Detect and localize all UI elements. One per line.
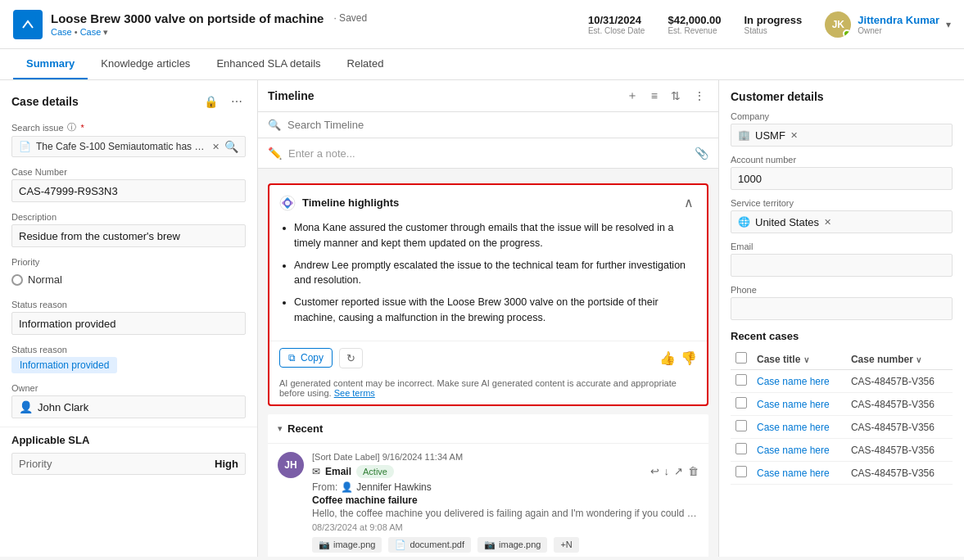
search-icon-btn[interactable]: 🔍: [224, 140, 238, 153]
timeline-highlights-card: Timeline highlights ∧ Mona Kane assured …: [268, 183, 708, 406]
sort-timeline-btn[interactable]: ⇅: [668, 88, 684, 104]
see-terms-link[interactable]: See terms: [334, 388, 375, 398]
owner-block[interactable]: JK Jittendra Kumar Owner ▾: [825, 11, 951, 38]
main-content: Case details 🔒 ⋯ Search issue ⓘ * 📄 The …: [0, 80, 964, 557]
highlights-list: Mona Kane assured the customer through e…: [279, 220, 697, 326]
owner-avatar: JK: [825, 11, 851, 38]
company-field: Company 🏢 USMF ✕: [731, 111, 953, 147]
case-name-link-1[interactable]: Case name here: [757, 399, 830, 410]
recent-email-item: JH [Sort Date Label] 9/16/2024 11:34 AM …: [268, 444, 708, 558]
chevron-down-icon[interactable]: ▾: [946, 19, 951, 30]
reply-btn[interactable]: ↩: [650, 465, 659, 477]
header-left: Loose Brew 3000 valve on portside of mac…: [13, 10, 367, 39]
select-all-checkbox[interactable]: [735, 352, 747, 364]
from-field: From: 👤 Jennifer Hawkins: [312, 481, 699, 493]
phone-field: Phone: [731, 285, 953, 320]
company-value: 🏢 USMF ✕: [731, 124, 953, 147]
email-badge: Email: [325, 466, 351, 477]
attachment-2[interactable]: 📷 image.png: [477, 537, 547, 553]
tab-enhanced-sla[interactable]: Enhanced SLA details: [203, 49, 333, 79]
info-icon: ⓘ: [67, 121, 76, 133]
status-reason-field1: Status reason Information provided: [0, 295, 257, 340]
case-number-field: Case Number CAS-47999-R9S3N3: [0, 162, 257, 207]
email-body-preview: Hello, the coffee machine you delivered …: [312, 508, 699, 519]
lock-icon-btn[interactable]: 🔒: [201, 93, 221, 110]
select-all-header: [731, 349, 752, 370]
copy-button[interactable]: ⧉ Copy: [279, 348, 333, 368]
add-timeline-btn[interactable]: ＋: [623, 87, 641, 105]
recent-title: Recent: [287, 422, 323, 435]
clear-company-btn[interactable]: ✕: [790, 130, 798, 141]
copilot-icon: [279, 195, 296, 211]
table-row: Case name here CAS-48457B-V356: [731, 370, 953, 393]
timeline-search: 🔍: [258, 112, 718, 138]
clear-territory-btn[interactable]: ✕: [824, 217, 831, 228]
thumbs-up-btn[interactable]: 👍: [659, 350, 676, 366]
case-name-link-2[interactable]: Case name here: [757, 422, 830, 433]
sort-number-icon[interactable]: ∨: [916, 355, 921, 364]
case-name-link-0[interactable]: Case name here: [757, 376, 830, 387]
left-panel: Case details 🔒 ⋯ Search issue ⓘ * 📄 The …: [0, 80, 258, 557]
collapse-highlights-btn[interactable]: ∧: [681, 193, 697, 212]
center-panel: Timeline ＋ ≡ ⇅ ⋮ 🔍 ✏️ Enter a note... 📎: [258, 80, 718, 557]
tab-summary[interactable]: Summary: [13, 49, 88, 79]
search-issue-label: Search issue ⓘ *: [11, 121, 246, 133]
sla-title: Applicable SLA: [11, 434, 246, 446]
sort-title-icon[interactable]: ∨: [803, 355, 809, 364]
recent-section: ▾ Recent JH [Sort Date Label] 9/16/2024 …: [268, 414, 708, 558]
svg-point-2: [285, 201, 290, 205]
timeline-body: Timeline highlights ∧ Mona Kane assured …: [258, 175, 718, 557]
email-content: [Sort Date Label] 9/16/2024 11:34 AM ✉ E…: [312, 452, 699, 553]
clear-search-issue-btn[interactable]: ✕: [212, 142, 220, 152]
email-field: Email: [731, 242, 953, 277]
attachments: 📷 image.png 📄 document.pdf 📷 image.png: [312, 537, 699, 553]
table-row: Case name here CAS-48457B-V356: [731, 393, 953, 416]
case-name-link-3[interactable]: Case name here: [757, 445, 830, 456]
tab-related[interactable]: Related: [334, 49, 397, 79]
case-title: Loose Brew 3000 valve on portside of mac…: [51, 11, 324, 25]
case-checkbox-1[interactable]: [735, 397, 747, 409]
filter-timeline-btn[interactable]: ≡: [648, 88, 661, 104]
thumbs-down-btn[interactable]: 👎: [681, 350, 697, 366]
close-date-meta: 10/31/2024 Est. Close Date: [588, 14, 645, 35]
attachment-1[interactable]: 📄 document.pdf: [388, 537, 471, 553]
case-checkbox-2[interactable]: [735, 420, 747, 431]
saved-badge: · Saved: [333, 12, 367, 24]
tab-knowledge-articles[interactable]: Knowledge articles: [88, 49, 203, 79]
right-panel: Customer details Company 🏢 USMF ✕ Accoun…: [718, 80, 964, 557]
revenue-meta: $42,000.00 Est. Revenue: [668, 14, 721, 35]
phone-value: [731, 297, 953, 320]
file-icon-1: 📄: [395, 540, 406, 550]
case-checkbox-3[interactable]: [735, 443, 747, 454]
owner-label: Owner: [858, 26, 939, 35]
attach-icon[interactable]: 📎: [695, 147, 708, 160]
search-issue-input[interactable]: 📄 The Cafe S-100 Semiautomatic has air b…: [11, 136, 246, 157]
person-icon: 👤: [19, 400, 33, 413]
timeline-actions: ＋ ≡ ⇅ ⋮: [623, 87, 708, 105]
case-number-header: Case number ∨: [846, 349, 953, 370]
priority-normal-option[interactable]: Normal: [11, 269, 246, 290]
case-checkbox-4[interactable]: [735, 466, 747, 477]
email-type-label: ✉ Email Active: [312, 465, 394, 478]
attachment-more[interactable]: +N: [554, 537, 578, 553]
refresh-button[interactable]: ↻: [339, 348, 363, 368]
reply-down-btn[interactable]: ↓: [664, 465, 670, 477]
case-checkbox-0[interactable]: [735, 374, 747, 386]
priority-field: Priority Normal: [0, 252, 257, 295]
more-timeline-btn[interactable]: ⋮: [690, 88, 708, 104]
recent-header[interactable]: ▾ Recent: [268, 414, 708, 444]
timeline-search-input[interactable]: [287, 119, 708, 131]
attachment-0[interactable]: 📷 image.png: [312, 537, 382, 553]
highlights-body: Mona Kane assured the customer through e…: [269, 220, 707, 341]
timeline-header: Timeline ＋ ≡ ⇅ ⋮: [258, 80, 718, 112]
cases-table: Case title ∨ Case number ∨ Case name her…: [731, 349, 953, 485]
forward-btn[interactable]: ↗: [674, 465, 683, 477]
delete-btn[interactable]: 🗑: [688, 465, 699, 477]
owner-value: 👤 John Clark: [11, 395, 246, 418]
highlight-item-1: Andrew Lee promptly escalated the issue …: [294, 258, 697, 289]
case-details-header: Case details 🔒 ⋯: [0, 90, 257, 116]
case-name-link-4[interactable]: Case name here: [757, 467, 830, 479]
nav-tabs: Summary Knowledge articles Enhanced SLA …: [0, 49, 964, 80]
more-options-btn[interactable]: ⋯: [228, 93, 246, 110]
enter-note-area[interactable]: ✏️ Enter a note... 📎: [258, 138, 718, 169]
